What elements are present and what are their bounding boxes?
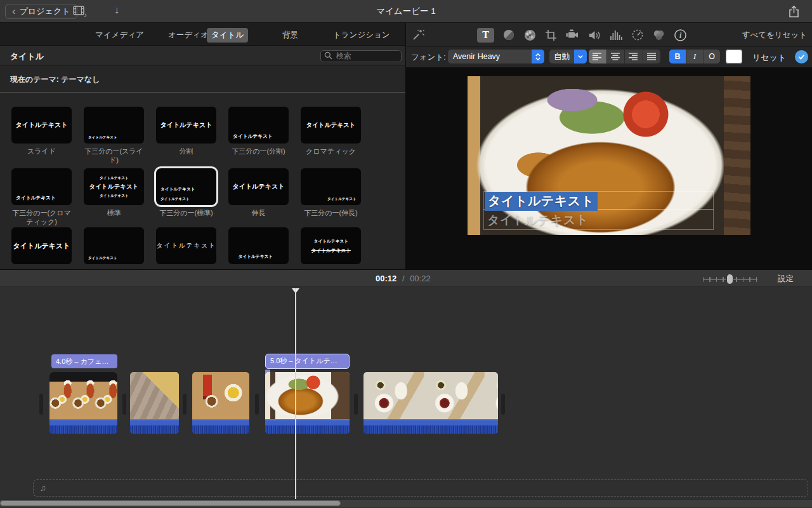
title-template-lower-third-slide[interactable]: タイトルテキスト 下三分の一(スライド) — [84, 107, 144, 165]
font-family-select[interactable]: Avenir Heavy — [448, 50, 544, 64]
template-sample-text: タイトルテキスト — [100, 175, 129, 180]
template-sample-text: タイトルテキスト — [157, 241, 216, 250]
align-center-button[interactable] — [607, 50, 625, 64]
template-sample-text: タイトルテキスト — [100, 193, 129, 198]
title-clip-bar-selected[interactable]: 5.0秒 – タイトルテキスト — [265, 354, 350, 369]
video-clip[interactable] — [49, 372, 117, 434]
color-filters-icon[interactable] — [652, 29, 665, 41]
svg-text:i: i — [679, 32, 682, 39]
playhead-line[interactable] — [295, 288, 296, 504]
zoom-slider-thumb[interactable] — [726, 274, 733, 284]
template-thumbnail: タイトルテキスト タイトルテキスト タイトルテキスト — [84, 168, 144, 205]
imovie-window: ‹ プロジェクト ♪ ↓ マイムービー 1 マイメディア オーディオ タイトル … — [0, 0, 812, 508]
template-label: 標準 — [84, 208, 144, 217]
info-icon[interactable]: i — [674, 29, 687, 42]
current-theme-label: 現在のテーマ: テーマなし — [10, 74, 100, 85]
current-time: 00:12 — [376, 274, 396, 283]
share-icon[interactable] — [789, 5, 799, 18]
overlay-title-text[interactable]: タイトルテキスト — [485, 192, 598, 211]
titles-header-label: タイトル — [10, 51, 44, 62]
title-template-slide[interactable]: タイトルテキスト スライド — [11, 107, 72, 156]
color-correction-icon[interactable] — [523, 29, 537, 42]
tab-titles[interactable]: タイトル — [207, 28, 248, 43]
clip-edge-handle[interactable] — [354, 394, 358, 415]
clip-edge-handle[interactable] — [501, 394, 505, 415]
timeline-settings-button[interactable]: 設定 — [778, 274, 794, 284]
title-template-row3-2[interactable]: タイトルテキスト — [84, 227, 144, 264]
template-sample-text: タイトルテキスト — [13, 241, 70, 251]
template-label: 分割 — [156, 147, 216, 156]
title-template-row3-4[interactable]: タイトルテキスト — [228, 227, 289, 264]
video-clip[interactable] — [265, 372, 350, 434]
title-template-chromatic[interactable]: タイトルテキスト クロマティック — [301, 107, 361, 156]
volume-icon[interactable] — [588, 30, 601, 41]
bold-button[interactable]: B — [669, 50, 686, 64]
title-template-row3-3[interactable]: タイトルテキスト — [156, 227, 216, 264]
noise-equalizer-icon[interactable] — [610, 30, 623, 41]
template-label: スライド — [11, 147, 72, 156]
titles-settings-icon[interactable]: T — [477, 28, 494, 43]
title-template-lower-third-split[interactable]: タイトルテキスト 下三分の一(分割) — [228, 107, 289, 156]
align-left-button[interactable] — [589, 50, 607, 64]
current-theme-row: 現在のテーマ: テーマなし — [0, 66, 405, 93]
text-color-swatch[interactable] — [726, 50, 742, 64]
tab-audio[interactable]: オーディオ — [164, 28, 213, 43]
clip-edge-handle[interactable] — [122, 394, 126, 415]
font-label: フォント: — [411, 52, 446, 63]
clip-thumbnail — [265, 372, 350, 419]
template-thumbnail: タイトルテキスト — [11, 107, 72, 144]
title-clip-bar[interactable]: 4.0秒 – カフェラン… — [51, 354, 117, 368]
viewer: タイトルテキスト タイトルテキスト — [406, 67, 812, 269]
enhance-magic-wand-icon[interactable] — [411, 28, 425, 42]
template-sample-text: タイトルテキスト — [16, 194, 56, 201]
time-separator: / — [402, 274, 405, 283]
speed-icon[interactable] — [631, 29, 644, 41]
title-template-standard[interactable]: タイトルテキスト タイトルテキスト タイトルテキスト 標準 — [84, 168, 144, 217]
back-to-projects-button[interactable]: ‹ プロジェクト — [5, 4, 77, 19]
title-template-lower-third-chromatic[interactable]: タイトルテキスト 下三分の一(クロマティック) — [11, 168, 72, 227]
italic-button[interactable]: I — [686, 50, 704, 64]
template-label: 下三分の一(標準) — [156, 208, 216, 217]
font-size-select[interactable]: 自動 — [549, 50, 587, 64]
title-template-row3-5[interactable]: タイトルテキスト タイトルテキスト — [301, 227, 361, 264]
template-sample-text: タイトルテキスト — [160, 121, 213, 130]
template-thumbnail: タイトルテキスト — [228, 227, 289, 264]
title-template-split[interactable]: タイトルテキスト 分割 — [156, 107, 216, 156]
horizontal-scrollbar-thumb[interactable] — [0, 500, 341, 506]
timeline-zoom-slider[interactable] — [703, 275, 757, 283]
tab-my-media[interactable]: マイメディア — [91, 28, 148, 43]
video-clip[interactable] — [192, 372, 249, 434]
clip-edge-handle[interactable] — [39, 394, 43, 415]
clip-thumbnail — [49, 372, 117, 419]
video-clip[interactable] — [130, 372, 179, 434]
align-right-button[interactable] — [625, 50, 643, 64]
clip-edge-handle[interactable] — [255, 394, 259, 415]
clip-edge-handle[interactable] — [183, 394, 187, 415]
overlay-subtitle-text[interactable]: タイトルテキスト — [487, 212, 589, 229]
title-template-lower-third-standard[interactable]: タイトルテキスト タイトルテキスト 下三分の一(標準) — [156, 168, 216, 217]
video-preview-frame[interactable]: タイトルテキスト タイトルテキスト — [468, 76, 750, 235]
timeline-toolbar: 00:12 / 00:22 設定 — [0, 269, 812, 287]
color-balance-icon[interactable] — [502, 29, 515, 41]
align-justify-button[interactable] — [643, 50, 661, 64]
crop-icon[interactable] — [545, 29, 557, 41]
background-music-well[interactable]: ♫ — [33, 479, 808, 497]
title-template-row3-1[interactable]: タイトルテキスト — [11, 227, 72, 264]
outline-button[interactable]: O — [704, 50, 720, 64]
stabilization-camera-icon[interactable] — [565, 29, 580, 41]
horizontal-scrollbar-track[interactable] — [0, 499, 812, 507]
tab-backgrounds[interactable]: 背景 — [278, 28, 303, 43]
video-clip[interactable] — [363, 372, 498, 434]
apply-checkmark-button[interactable] — [795, 50, 808, 64]
download-arrow-icon[interactable]: ↓ — [114, 4, 119, 16]
font-controls-row: フォント: Avenir Heavy 自動 — [406, 47, 812, 67]
tab-transitions[interactable]: トランジション — [329, 28, 395, 43]
title-template-expand[interactable]: タイトルテキスト 伸長 — [228, 168, 289, 217]
timeline[interactable]: 4.0秒 – カフェラン… 5.0秒 – タイトルテキスト — [0, 287, 812, 508]
search-input[interactable] — [320, 50, 402, 62]
audio-waveform — [265, 419, 350, 434]
reset-button[interactable]: リセット — [752, 52, 786, 64]
reset-all-button[interactable]: すべてをリセット — [742, 30, 807, 41]
media-browser-icon[interactable]: ♪ — [73, 6, 89, 18]
title-template-lower-third-expand[interactable]: タイトルテキスト 下三分の一(伸長) — [301, 168, 361, 217]
